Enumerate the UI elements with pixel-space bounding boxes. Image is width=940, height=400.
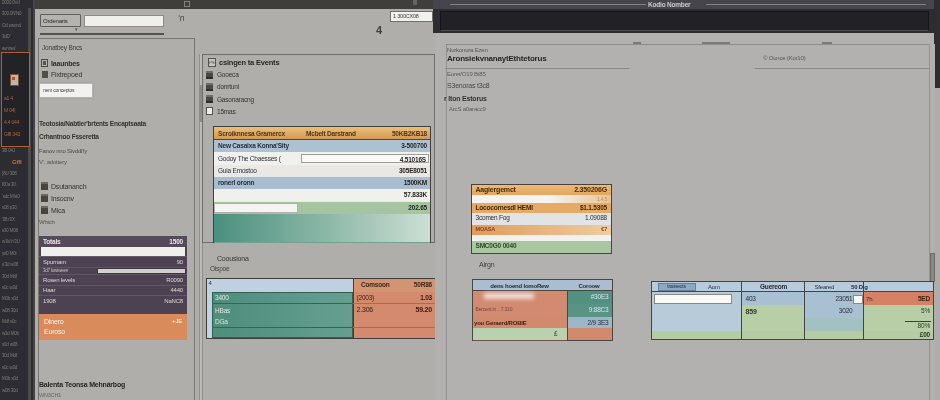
left-dock-row: }8U 308 xyxy=(2,172,17,177)
airgn-row-value: #30E3 xyxy=(567,294,609,301)
stats-footer-line2: Euroso xyxy=(44,328,65,335)
stats-row-value: 90 xyxy=(39,259,183,265)
detail-scrollbar-handle[interactable] xyxy=(930,253,935,282)
detail-topline-tick xyxy=(702,42,730,44)
transects-cell xyxy=(804,318,864,331)
transects-r1c4b: 5ED xyxy=(863,296,930,303)
cursor-arrow: 4 xyxy=(376,25,382,36)
left-dock-row: 3B 04J xyxy=(2,149,15,154)
ounce-label: © Ounce (Kor10) xyxy=(763,55,805,61)
stats-row-value: R0090 xyxy=(39,277,183,283)
events-list-item[interactable]: donrtuni xyxy=(217,84,239,91)
detail-topline-tick xyxy=(822,42,832,44)
transects-h3: Sfeared xyxy=(815,284,835,290)
top-strip-bg xyxy=(35,0,433,9)
main-table-row-value: 305E8051 xyxy=(213,168,427,175)
breakdown-h3: 50R86 xyxy=(353,282,432,289)
left-dock-row: w3d M0b xyxy=(2,332,19,337)
transects-h4: 50 Dig xyxy=(851,284,868,290)
detail-meta-3: r Iton Estorus xyxy=(444,95,487,102)
airgn-row-c2 xyxy=(567,328,612,339)
transects-r2c4: 5% xyxy=(863,308,930,315)
left-dock-row: s0c w3d xyxy=(2,286,17,291)
sidebar-subline-2: V', adottery xyxy=(39,159,67,165)
sidebar-item-label[interactable]: Dsutananch xyxy=(51,183,86,190)
detail-eyebrow: Nurkonura Ezen xyxy=(447,47,488,53)
detail-title-divider xyxy=(445,68,629,69)
detail-meta-1: Eoret/O19 Bt85 xyxy=(447,71,486,77)
list-item-icon xyxy=(206,83,214,91)
breakdown-teal-sep xyxy=(212,303,353,304)
transects-chip[interactable]: transects xyxy=(658,283,696,292)
summary-row-value: €7 xyxy=(472,227,607,233)
stats-progress-label: 3d7 lowtween xyxy=(43,269,68,274)
left-dock-row: w08 30d xyxy=(2,389,18,394)
left-dock-row: w08 30d xyxy=(2,309,18,314)
list-item-icon xyxy=(206,95,214,103)
main-table-row-value: 3-500700 xyxy=(213,143,427,150)
sidebar-item-label[interactable]: Mica xyxy=(51,207,65,214)
events-list-item[interactable]: Gasonaracng xyxy=(217,97,254,104)
pen-icon: 'n xyxy=(177,14,185,24)
left-dock-box-line: a1 4 xyxy=(4,96,13,101)
transects-r1c3-box[interactable] xyxy=(853,295,863,304)
window-restore-icon xyxy=(184,1,190,7)
transects-cell xyxy=(741,318,804,331)
oispoe-label: Oispoe xyxy=(210,266,229,273)
airgn-white-smudge xyxy=(484,293,534,300)
new-concept-button-label: nem conceptos xyxy=(43,88,74,93)
airgn-h1: dens hoend lomoRew xyxy=(473,283,567,289)
detail-header-inset xyxy=(440,11,929,31)
main-table-row2-input-value: 4.51016S xyxy=(301,157,426,164)
sources-button-label: 1 300CX08 xyxy=(393,14,419,20)
airgn-row-label: £ xyxy=(473,331,558,338)
application-root: 0000 0Vd 300.0N'N0 Od owond 3dD' avnnes'… xyxy=(0,0,940,400)
sidebar-heading-2: Crhantnoo Fsseretta xyxy=(39,134,99,141)
left-dock-row: 30d Mdf xyxy=(2,354,17,359)
summary-row-label: SMC0G0 0040 xyxy=(476,243,517,250)
left-dock-row: avnnes' xyxy=(2,47,16,52)
airgn-label: Airgn xyxy=(479,261,494,268)
left-dock-row: '08 r3X xyxy=(2,218,15,223)
transects-row1-input[interactable] xyxy=(654,294,732,304)
document-icon xyxy=(41,206,48,214)
left-dock-box-line: M 04| xyxy=(4,108,15,113)
dropdown-caret-icon: ▾ xyxy=(75,27,77,32)
detail-meta-2: S3enoras t3c8 xyxy=(447,82,490,89)
breakdown-r2c1a: HBas xyxy=(215,308,230,315)
breakdown-r1c3: 1.03 xyxy=(353,295,432,302)
list-item-icon xyxy=(206,71,214,79)
airgn-row-value: 9:88C3 xyxy=(567,307,609,314)
main-table-teal-stripe xyxy=(214,233,430,242)
events-list-item[interactable]: 15mas xyxy=(217,109,236,116)
sidebar-item-iaaunbes[interactable]: Iaaunbes xyxy=(51,60,80,67)
left-dock-box-line: GffI 343 xyxy=(4,132,20,137)
detail-topline-tick xyxy=(633,42,641,44)
transects-r3c4: 80% xyxy=(863,323,930,330)
sidebar-item-fixtrepoed[interactable]: Fixtrepoed xyxy=(51,71,82,78)
search-input[interactable] xyxy=(84,15,164,27)
transects-r2c3: 3020 xyxy=(804,308,853,315)
sidebar-item-label[interactable]: Insocnv xyxy=(51,195,74,202)
events-list-item[interactable]: Gooeca xyxy=(217,72,239,79)
main-table-row6-input[interactable] xyxy=(214,203,298,213)
sidebar-which-label: Which xyxy=(39,219,55,225)
sidebar-bottom-sub: WN3CH1 xyxy=(39,393,61,399)
transects-r1c3: 23051 xyxy=(804,296,853,303)
left-dock-box-line: 4.4 044 xyxy=(4,120,19,125)
coousiona-label: Coousiona xyxy=(217,255,249,262)
summary-row-value: 1.4.5 xyxy=(472,197,607,202)
detail-window-title: Kodio Nomber xyxy=(648,2,690,9)
main-table-teal-stripe xyxy=(214,214,430,223)
left-dock-box-icon xyxy=(10,74,19,86)
airgn-row-label: Bercent in .. 7.310 xyxy=(476,307,513,312)
detail-scrollbar-track[interactable] xyxy=(929,44,935,400)
stats-input-row[interactable] xyxy=(41,247,185,256)
main-table-h3: 50KB2KB18 xyxy=(213,131,427,138)
stats-progress-bar[interactable] xyxy=(97,268,186,274)
breakdown-header-corner: 4 xyxy=(209,280,212,286)
main-table-teal-stripe xyxy=(214,223,430,232)
summary-row-value: 2.350206G xyxy=(472,186,607,193)
ounce-divider xyxy=(755,68,929,69)
stats-row-value: NaNC8 xyxy=(39,298,183,304)
